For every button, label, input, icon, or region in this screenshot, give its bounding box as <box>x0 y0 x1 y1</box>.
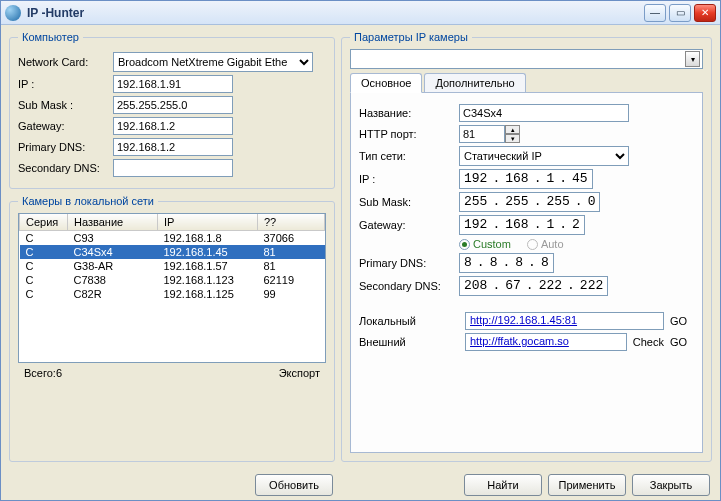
ext-url-input[interactable]: http://ffatk.gocam.so <box>465 333 627 351</box>
mask-input[interactable] <box>113 96 233 114</box>
ext-url-label: Внешний <box>359 336 459 348</box>
close-button[interactable]: ✕ <box>694 4 716 22</box>
cam-ip-label: IP : <box>359 173 459 185</box>
chevron-down-icon: ▾ <box>685 51 700 67</box>
tab-extra[interactable]: Дополнительно <box>424 73 525 93</box>
cam-name-input[interactable] <box>459 104 629 122</box>
ip-input[interactable] <box>113 75 233 93</box>
cam-dns1-input[interactable]: 8. 8. 8. 8 <box>459 253 554 273</box>
http-port-label: HTTP порт: <box>359 128 459 140</box>
cam-dns2-input[interactable]: 208. 67. 222. 222 <box>459 276 608 296</box>
cam-mask-label: Sub Mask: <box>359 196 459 208</box>
ext-check-button[interactable]: Check <box>633 336 664 348</box>
tab-panel-main: Название: HTTP порт: ▴▾ Тип сети: Ста <box>350 92 703 453</box>
app-icon <box>5 5 21 21</box>
cam-ip-input[interactable]: 192. 168. 1. 45 <box>459 169 593 189</box>
tab-main[interactable]: Основное <box>350 73 422 93</box>
computer-group: Компьютер Network Card: Broadcom NetXtre… <box>9 31 335 189</box>
nettype-select[interactable]: Статический IP <box>459 146 629 166</box>
refresh-button[interactable]: Обновить <box>255 474 333 496</box>
window-title: IP -Hunter <box>27 6 644 20</box>
cameras-total: Всего:6 <box>24 367 62 379</box>
camera-select[interactable]: ▾ <box>350 49 703 69</box>
mask-label: Sub Mask : <box>18 99 113 111</box>
cam-dns2-label: Secondary DNS: <box>359 280 459 292</box>
local-go-button[interactable]: GO <box>670 315 694 327</box>
radio-auto: Auto <box>527 238 564 250</box>
spin-down-icon[interactable]: ▾ <box>505 134 520 143</box>
col-series[interactable]: Серия <box>20 214 68 231</box>
ext-go-button[interactable]: GO <box>670 336 694 348</box>
params-group: Параметры IP камеры ▾ Основное Дополните… <box>341 31 712 462</box>
gw-label: Gateway: <box>18 120 113 132</box>
find-button[interactable]: Найти <box>464 474 542 496</box>
http-port-spin[interactable]: ▴▾ <box>459 125 520 143</box>
col-ip[interactable]: IP <box>158 214 258 231</box>
cam-mask-input[interactable]: 255. 255. 255. 0 <box>459 192 600 212</box>
dns1-input[interactable] <box>113 138 233 156</box>
local-url-label: Локальный <box>359 315 459 327</box>
col-q[interactable]: ?? <box>258 214 325 231</box>
local-url-input[interactable]: http://192.168.1.45:81 <box>465 312 664 330</box>
cam-name-label: Название: <box>359 107 459 119</box>
maximize-button[interactable]: ▭ <box>669 4 691 22</box>
cam-gw-label: Gateway: <box>359 219 459 231</box>
cameras-legend: Камеры в локальной сети <box>18 195 158 207</box>
nic-label: Network Card: <box>18 56 113 68</box>
titlebar: IP -Hunter — ▭ ✕ <box>1 1 720 25</box>
cameras-export[interactable]: Экспорт <box>279 367 320 379</box>
cameras-group: Камеры в локальной сети Серия Название I… <box>9 195 335 462</box>
table-row[interactable]: CC93192.168.1.837066 <box>20 231 325 246</box>
cameras-table: Серия Название IP ?? CC93192.168.1.83706… <box>19 214 325 301</box>
radio-custom[interactable]: Custom <box>459 238 511 250</box>
gateway-input[interactable] <box>113 117 233 135</box>
col-name[interactable]: Название <box>68 214 158 231</box>
close-app-button[interactable]: Закрыть <box>632 474 710 496</box>
apply-button[interactable]: Применить <box>548 474 626 496</box>
cam-gw-input[interactable]: 192. 168. 1. 2 <box>459 215 585 235</box>
dns1-label: Primary DNS: <box>18 141 113 153</box>
table-row[interactable]: CC82R192.168.1.12599 <box>20 287 325 301</box>
cam-dns1-label: Primary DNS: <box>359 257 459 269</box>
cameras-table-wrap[interactable]: Серия Название IP ?? CC93192.168.1.83706… <box>18 213 326 363</box>
table-row[interactable]: CG38-AR192.168.1.5781 <box>20 259 325 273</box>
table-row[interactable]: CC34Sx4192.168.1.4581 <box>20 245 325 259</box>
dns2-label: Secondary DNS: <box>18 162 113 174</box>
http-port-input[interactable] <box>459 125 505 143</box>
nettype-label: Тип сети: <box>359 150 459 162</box>
minimize-button[interactable]: — <box>644 4 666 22</box>
spin-up-icon[interactable]: ▴ <box>505 125 520 134</box>
params-legend: Параметры IP камеры <box>350 31 472 43</box>
dns2-input[interactable] <box>113 159 233 177</box>
computer-legend: Компьютер <box>18 31 83 43</box>
nic-select[interactable]: Broadcom NetXtreme Gigabit Ethe <box>113 52 313 72</box>
app-window: IP -Hunter — ▭ ✕ Компьютер Network Card:… <box>0 0 721 501</box>
table-row[interactable]: CC7838192.168.1.12362119 <box>20 273 325 287</box>
ip-label: IP : <box>18 78 113 90</box>
